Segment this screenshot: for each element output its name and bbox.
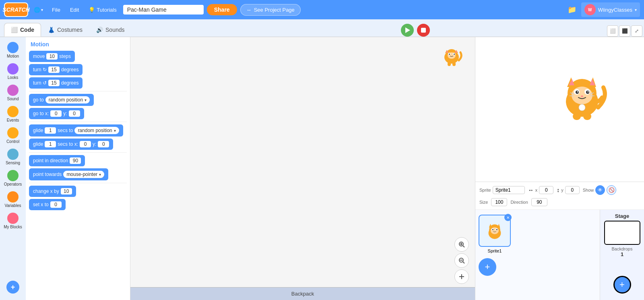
user-chevron: ▾ — [635, 8, 637, 12]
svg-point-33 — [581, 95, 583, 97]
sidebar-item-motion[interactable]: Motion — [0, 40, 26, 60]
change-x-input[interactable] — [61, 188, 72, 194]
zoom-fit-button[interactable] — [454, 269, 469, 284]
operators-label: Operators — [4, 182, 22, 186]
code-tab-label: Code — [20, 27, 34, 33]
block-set-x[interactable]: set x to — [29, 199, 66, 210]
set-x-input[interactable] — [50, 201, 62, 208]
point-dir-input[interactable] — [70, 157, 81, 164]
y-arrow-icon: ↕ — [557, 187, 559, 193]
direction-section: Direction — [510, 198, 547, 206]
sidebar-item-operators[interactable]: Operators — [0, 168, 26, 188]
stop-button[interactable] — [417, 24, 430, 37]
glide-xy-secs-input[interactable] — [45, 141, 56, 147]
list-item: ✕ — [479, 215, 511, 253]
block-point-direction[interactable]: point in direction — [29, 155, 85, 166]
user-menu[interactable]: W WiingyClasses ▾ — [581, 2, 640, 17]
language-selector[interactable]: 🌐 ▾ — [31, 5, 45, 14]
sidebar-item-variables[interactable]: Variables — [0, 190, 26, 209]
y-coord-input[interactable] — [565, 186, 580, 194]
glide-pos-dropdown[interactable]: random position ▾ — [74, 127, 119, 134]
add-extension-button[interactable]: + — [6, 281, 19, 294]
size-input[interactable] — [491, 198, 507, 206]
control-dot — [7, 127, 19, 139]
variables-label: Variables — [5, 203, 21, 208]
edit-menu[interactable]: Edit — [67, 5, 82, 14]
block-goto-xy[interactable]: go to x: y: — [29, 108, 84, 119]
tab-sounds[interactable]: 🔊 Sounds — [89, 23, 131, 37]
show-label: Show — [583, 188, 594, 192]
tutorials-menu[interactable]: 💡 Tutorials — [85, 5, 120, 14]
x-arrow-icon: ↔ — [528, 187, 534, 193]
block-glide-pos[interactable]: glide secs to random position ▾ — [29, 124, 123, 137]
main-layout: Motion Looks Sound Events Control Sensin… — [0, 37, 644, 300]
sidebar-item-looks[interactable]: Looks — [0, 62, 26, 81]
file-menu[interactable]: File — [49, 5, 64, 14]
direction-input[interactable] — [531, 198, 547, 206]
stage-column-label: Stage — [615, 213, 629, 219]
view-mode-normal[interactable]: ⬜ — [607, 25, 618, 37]
show-hidden-button[interactable]: 🚫 — [607, 185, 616, 195]
zoom-controls — [454, 237, 469, 284]
svg-rect-1 — [421, 28, 426, 33]
block-move[interactable]: move steps — [29, 51, 75, 62]
glide-x-input[interactable] — [80, 141, 91, 147]
tab-costumes[interactable]: 👗 Costumes — [41, 23, 89, 37]
share-button[interactable]: Share — [207, 4, 237, 15]
tab-code[interactable]: ⬜ Code — [4, 23, 41, 37]
y-label: y — [561, 188, 564, 192]
zoom-in-button[interactable] — [454, 237, 469, 252]
block-change-x[interactable]: change x by — [29, 186, 76, 197]
sprite-name-input[interactable] — [493, 186, 525, 194]
add-backdrop-button[interactable]: + — [613, 276, 631, 294]
sprite-delete-button[interactable]: ✕ — [504, 214, 512, 221]
point-towards-dropdown[interactable]: mouse-pointer ▾ — [63, 171, 104, 178]
sidebar-item-events[interactable]: Events — [0, 104, 26, 124]
glide-pos-arrow: ▾ — [114, 128, 116, 133]
add-sprite-button[interactable]: + — [479, 258, 496, 276]
block-turn-ccw[interactable]: turn ↺ degrees — [29, 77, 83, 89]
view-mode-stage[interactable]: ⬛ — [619, 25, 630, 37]
zoom-out-button[interactable] — [454, 253, 469, 268]
category-sidebar: Motion Looks Sound Events Control Sensin… — [0, 37, 26, 300]
sprite1-label: Sprite1 — [488, 248, 502, 253]
folder-icon[interactable]: 📁 — [566, 4, 578, 16]
green-flag-button[interactable] — [401, 24, 414, 37]
bulb-icon: 💡 — [89, 7, 95, 13]
project-name-input[interactable] — [123, 5, 204, 14]
sprite-properties: Sprite ↔ x ↕ y Show 👁 🚫 Size — [475, 182, 644, 210]
block-glide-xy[interactable]: glide secs to x: y: — [29, 139, 113, 150]
stage-thumb[interactable] — [604, 221, 640, 245]
goto-y-input[interactable] — [69, 110, 80, 117]
see-project-button[interactable]: ↔ See Project Page — [240, 4, 301, 16]
code-tab-icon: ⬜ — [11, 27, 18, 33]
my-blocks-label: My Blocks — [4, 225, 22, 229]
turn-cw-input[interactable] — [48, 66, 60, 73]
sidebar-item-my-blocks[interactable]: My Blocks — [0, 211, 26, 231]
costumes-tab-label: Costumes — [57, 27, 83, 33]
glide-secs-input[interactable] — [45, 127, 56, 134]
block-goto[interactable]: go to random position ▾ — [29, 94, 94, 106]
show-visible-button[interactable]: 👁 — [595, 185, 605, 195]
direction-label: Direction — [510, 200, 528, 205]
control-label: Control — [6, 139, 19, 144]
backdrops-count: 1 — [621, 251, 623, 257]
glide-y-input[interactable] — [98, 141, 109, 147]
sprite-thumb-sprite1[interactable]: ✕ — [479, 215, 511, 247]
backpack-bar[interactable]: Backpack — [130, 287, 475, 300]
block-point-towards[interactable]: point towards mouse-pointer ▾ — [29, 168, 108, 180]
goto-dropdown[interactable]: random position ▾ — [45, 96, 90, 103]
scratch-logo[interactable]: SCRATCH — [4, 2, 28, 17]
sidebar-item-control[interactable]: Control — [0, 126, 26, 145]
goto-x-input[interactable] — [50, 110, 62, 117]
x-coord-input[interactable] — [539, 186, 553, 194]
turn-ccw-input[interactable] — [48, 80, 60, 86]
block-turn-cw[interactable]: turn ↻ degrees — [29, 64, 83, 75]
user-avatar: W — [584, 4, 596, 15]
sounds-tab-label: Sounds — [105, 27, 124, 33]
view-mode-fullscreen[interactable]: ⤢ — [631, 25, 642, 37]
move-steps-input[interactable] — [46, 53, 58, 60]
motion-label: Motion — [7, 54, 19, 58]
sidebar-item-sound[interactable]: Sound — [0, 83, 26, 103]
sidebar-item-sensing[interactable]: Sensing — [0, 147, 26, 167]
